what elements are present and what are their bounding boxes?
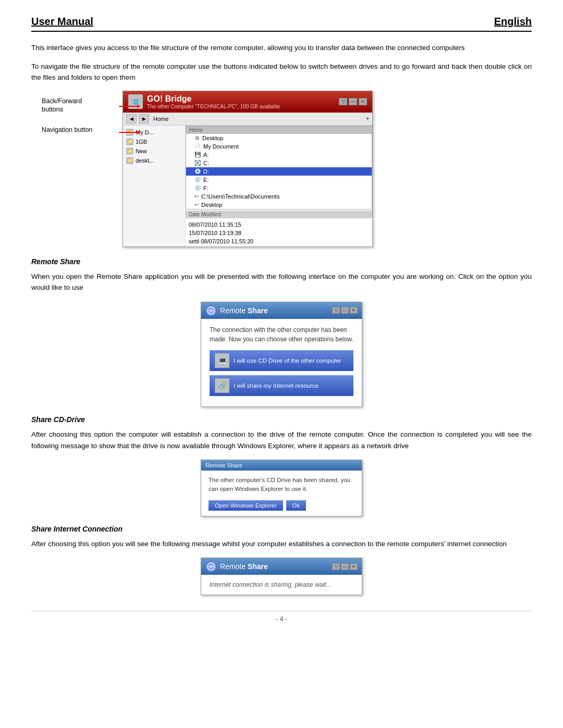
cusers-icon: ↩ [194, 193, 199, 199]
label-navigation: Navigation button [42, 126, 92, 133]
dropdown-desktop[interactable]: 🖥 Desktop [186, 134, 372, 142]
page: User Manual English This interface gives… [0, 0, 563, 728]
desktop2-icon: ↩ [194, 202, 199, 207]
drive-a-icon: 💾 [194, 152, 201, 157]
forward-btn[interactable]: ▶ [139, 114, 149, 124]
go-bridge-sidebar: 📁 My D... 📁 1GB 📁 New 📁 [123, 126, 186, 246]
file-header: Date Modified [186, 211, 372, 218]
file2-date: 08/07/2010 11:35:15 [189, 221, 241, 228]
go-bridge-annotation: Back/Forwardbuttons Navigation button 🌐 … [42, 91, 532, 247]
cd-titlebar: Remote Share [201, 460, 362, 471]
file-area: Date Modified 08/07/2010 11:35:15 15/07/… [186, 209, 372, 246]
drive-c-icon: 💽 [194, 160, 201, 166]
minimize-btn[interactable]: ▽ [339, 98, 347, 105]
cd-drive-option-label: I will use CD Drive of the other compute… [234, 357, 341, 364]
cd-message: The other computer's CD Drive has been s… [209, 476, 354, 494]
cd-drive-title: Share CD-Drive [31, 415, 532, 424]
page-number: - 4 - [276, 615, 287, 623]
drive-dropdown: Home 🖥 Desktop 📄 My Document [186, 126, 372, 209]
file-item-4: setti 08/07/2010 11:55:20 [186, 237, 372, 245]
intro-para1: This interface gives you access to the f… [31, 42, 532, 54]
drive-e-label: E: [203, 177, 209, 183]
cd-body: The other computer's CD Drive has been s… [201, 471, 362, 516]
inet-title-text: Remote Share [220, 562, 268, 571]
go-bridge-window: 🌐 GO! Bridge The other Computer "TECHNIC… [123, 91, 532, 247]
sidebar-1gb-label: 1GB [136, 139, 147, 145]
intro-para2: To navigate the file structure of the re… [31, 61, 532, 83]
rs-title-text: Remote Share [220, 306, 268, 315]
rs-close-btn[interactable]: ✕ [350, 307, 358, 314]
drive-f-icon: 💿 [194, 185, 201, 191]
cusers-label: C:\Users\Technical\Documents [201, 193, 279, 200]
dropdown-header-label: Home [189, 127, 203, 133]
internet-share-option-btn[interactable]: 🔗 I will share my Internet resource [210, 375, 353, 396]
svg-marker-3 [138, 130, 140, 134]
go-bridge-title-block: GO! Bridge The other Computer "TECHNICAL… [147, 94, 280, 109]
open-explorer-btn[interactable]: Open Windows Explorer [209, 500, 283, 511]
page-footer: - 4 - [31, 611, 532, 623]
cd-buttons: Open Windows Explorer Ok [209, 500, 354, 511]
inet-close-btn[interactable]: ✕ [350, 563, 358, 570]
drive-d-label: D: [203, 168, 209, 175]
sidebar-new-label: New [136, 148, 147, 154]
rs-min-btn[interactable]: ▽ [332, 307, 340, 314]
remote-share-title: Remote Share [31, 257, 532, 266]
drive-c-label: C: [203, 160, 209, 166]
internet-body: After choosing this option you will see … [31, 538, 532, 550]
restore-btn[interactable]: — [349, 98, 357, 105]
section-cd-drive: Share CD-Drive After choosing this optio… [31, 415, 532, 516]
dropdown-cusers[interactable]: ↩ C:\Users\Technical\Documents [186, 192, 372, 201]
desktop-icon: 🖥 [194, 135, 200, 141]
dropdown-desktop2[interactable]: ↩ Desktop [186, 201, 372, 209]
drive-d-icon: 💿 [194, 168, 201, 174]
dropdown-c[interactable]: 💽 C: [186, 159, 372, 167]
inet-restore-btn[interactable]: — [341, 563, 349, 570]
section-internet: Share Internet Connection After choosing… [31, 525, 532, 596]
file-item-2: 08/07/2010 11:35:15 [186, 220, 372, 229]
inet-min-btn[interactable]: ▽ [332, 563, 340, 570]
header-title-right: English [494, 16, 532, 28]
folder-icon-deskt: 📁 [126, 157, 133, 164]
cd-window-title: Remote Share [205, 462, 242, 468]
internet-share-icon: 🔗 [215, 378, 229, 393]
rs-message: The connection with the other computer h… [210, 325, 353, 344]
page-header: User Manual English [31, 16, 532, 32]
inet-share-window: Remote Share ▽ — ✕ Internet connection i… [201, 558, 362, 595]
mydoc-icon: 📄 [194, 143, 201, 149]
dropdown-a[interactable]: 💾 A: [186, 151, 372, 159]
cd-drive-option-btn[interactable]: 💻 I will use CD Drive of the other compu… [210, 350, 353, 371]
remote-share-body: When you open the Remote Share applicati… [31, 271, 532, 293]
inet-titlebar: Remote Share ▽ — ✕ [201, 558, 362, 575]
desktop2-label: Desktop [201, 202, 222, 208]
dropdown-d[interactable]: 💿 D: [186, 167, 372, 176]
rs-restore-btn[interactable]: — [341, 307, 349, 314]
sidebar-item-deskt[interactable]: 📁 deskt... [123, 156, 185, 165]
inet-app-icon [205, 561, 217, 572]
section-remote-share: Remote Share When you open the Remote Sh… [31, 257, 532, 407]
svg-marker-1 [138, 104, 140, 108]
dropdown-e[interactable]: 💿 E: [186, 176, 372, 184]
internet-share-option-label: I will share my Internet resource [234, 382, 319, 389]
close-btn[interactable]: ✕ [359, 98, 367, 105]
go-bridge-title: GO! Bridge [147, 94, 280, 104]
go-bridge-content: 📁 My D... 📁 1GB 📁 New 📁 [123, 126, 372, 246]
navigation-arrow [119, 128, 140, 137]
inet-body: Internet connection is sharing, please w… [201, 575, 362, 595]
back-btn[interactable]: ◀ [126, 114, 137, 124]
go-title-text: GO! Bridge [147, 94, 191, 103]
sidebar-item-1gb[interactable]: 📁 1GB [123, 137, 185, 146]
ok-btn[interactable]: Ok [286, 500, 306, 511]
dropdown-mydoc[interactable]: 📄 My Document [186, 142, 372, 151]
cd-drive-icon: 💻 [215, 353, 229, 368]
toolbar-home-label: Home [153, 116, 168, 122]
folder-icon-1gb: 📁 [126, 138, 133, 145]
drive-f-label: F: [203, 185, 209, 191]
label-backforward: Back/Forwardbuttons [42, 97, 82, 114]
inet-message: Internet connection is sharing, please w… [210, 581, 353, 588]
sidebar-item-new[interactable]: 📁 New [123, 146, 185, 156]
date-modified-label: Date Modified [189, 212, 221, 217]
mydoc-label: My Document [203, 143, 239, 150]
go-bridge-toolbar: ◀ ▶ Home + [123, 113, 372, 126]
cd-share-window: Remote Share The other computer's CD Dri… [201, 460, 362, 516]
dropdown-f[interactable]: 💿 F: [186, 184, 372, 192]
